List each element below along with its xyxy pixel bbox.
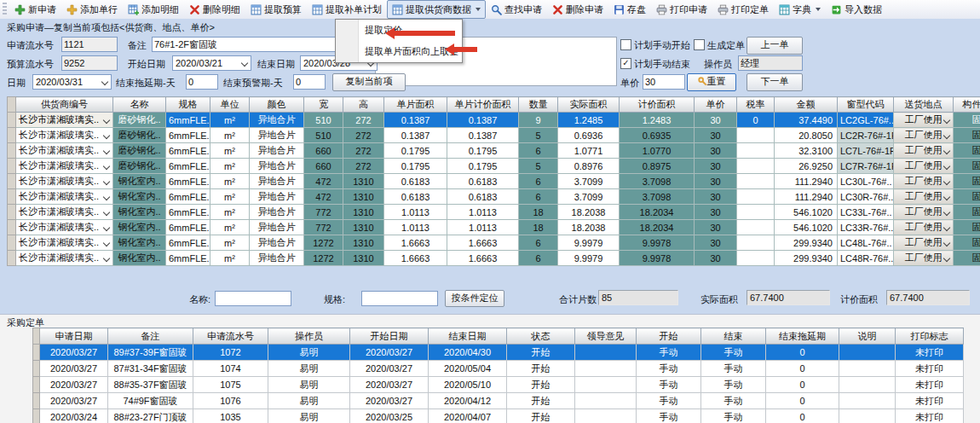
apply-no-field[interactable]: 1121: [61, 37, 118, 52]
chevron-down-icon[interactable]: [943, 178, 950, 185]
cell[interactable]: 长沙市潇湘玻璃实..: [16, 159, 113, 174]
cell[interactable]: 工厂使用: [894, 220, 954, 235]
cell[interactable]: [737, 251, 775, 266]
chevron-down-icon[interactable]: [103, 240, 110, 246]
cell[interactable]: 510: [304, 113, 343, 128]
cell[interactable]: m²: [210, 189, 250, 205]
cell[interactable]: 固玻: [954, 113, 980, 128]
cell[interactable]: 30: [695, 159, 737, 174]
cell[interactable]: 1.6663: [447, 235, 519, 251]
cell[interactable]: 6mmFLE..: [166, 189, 210, 205]
cell[interactable]: 0.1795: [447, 143, 519, 159]
cell[interactable]: 长沙市潇湘玻璃实..: [16, 113, 113, 128]
chevron-down-icon[interactable]: [103, 255, 110, 262]
extract-supplier-data-button[interactable]: 提取供货商数据: [387, 0, 486, 19]
chevron-down-icon[interactable]: [816, 8, 821, 11]
table-row[interactable]: 长沙市潇湘玻璃实..钢化室内..6mmFLE..m²异地合片47213100.6…: [8, 174, 980, 189]
cell[interactable]: 9.9978: [620, 251, 695, 266]
chevron-down-icon[interactable]: [103, 178, 110, 185]
cell[interactable]: 固玻: [954, 205, 980, 220]
cell[interactable]: LC2R-76#-1F: [838, 128, 894, 143]
cell[interactable]: [737, 143, 775, 159]
cell[interactable]: 磨砂钢化..: [113, 159, 166, 174]
cell[interactable]: 1076: [193, 393, 268, 409]
cell[interactable]: 772: [304, 205, 343, 220]
cell[interactable]: 9.9979: [558, 235, 620, 251]
cell[interactable]: 272: [343, 143, 384, 159]
cell[interactable]: 手动: [637, 393, 701, 409]
cell[interactable]: 钢化室内..: [113, 220, 166, 235]
table-row[interactable]: 长沙市潇湘玻璃实..磨砂钢化..6mmFLE..m²异地合片5102720.13…: [8, 128, 980, 143]
find-request-button[interactable]: 查找申请: [486, 0, 547, 19]
prev-order-button[interactable]: 上一单: [747, 37, 803, 55]
cell[interactable]: 30: [695, 251, 737, 266]
cell[interactable]: 1074: [193, 361, 268, 377]
cell[interactable]: 272: [343, 128, 384, 143]
cell[interactable]: 30: [695, 205, 737, 220]
cell[interactable]: 未打印: [896, 361, 964, 377]
cell[interactable]: m²: [210, 159, 250, 174]
budget-no-field[interactable]: 9252: [61, 55, 118, 71]
cell[interactable]: 钢化室内..: [113, 251, 166, 266]
chevron-down-icon[interactable]: [476, 8, 481, 11]
cell[interactable]: 6: [519, 189, 558, 205]
save-button[interactable]: 存盘: [608, 0, 651, 19]
cell[interactable]: 钢化室内..: [113, 174, 166, 189]
toolbar-grip[interactable]: [3, 3, 7, 16]
cell[interactable]: 0.1795: [384, 143, 447, 159]
cell[interactable]: 工厂使用: [894, 174, 954, 189]
cell[interactable]: [737, 128, 775, 143]
cell[interactable]: 0: [766, 393, 839, 409]
cell[interactable]: 1310: [343, 189, 384, 205]
cell[interactable]: m²: [210, 235, 250, 251]
cell[interactable]: 6mmFLE..: [166, 113, 210, 128]
table-row[interactable]: 2020/03/2774#9F窗固玻1076易明2020/03/272020/0…: [33, 393, 964, 409]
cell[interactable]: 固玻: [954, 220, 980, 235]
cell[interactable]: [575, 377, 637, 393]
cell[interactable]: LC48R-76#..: [838, 251, 894, 266]
cell[interactable]: 易明: [268, 393, 350, 409]
reset-button[interactable]: 重置: [687, 73, 736, 91]
cell[interactable]: 钢化室内..: [113, 205, 166, 220]
cell[interactable]: 88#35-37F窗固玻: [108, 377, 193, 393]
cell[interactable]: 0.6183: [447, 189, 519, 205]
cell[interactable]: 1.0113: [384, 220, 447, 235]
cell[interactable]: 开始: [507, 345, 575, 361]
cell[interactable]: 0: [766, 409, 839, 423]
cell[interactable]: LC2GL-76#..: [838, 113, 894, 128]
cell[interactable]: 9.9979: [558, 251, 620, 266]
chevron-down-icon[interactable]: [241, 60, 248, 67]
cell[interactable]: 6mmFLE..: [166, 235, 210, 251]
cell[interactable]: 0.6935: [620, 128, 695, 143]
cell[interactable]: 1310: [343, 220, 384, 235]
chevron-down-icon[interactable]: [103, 132, 110, 139]
cell[interactable]: 异地合片: [250, 220, 304, 235]
table-row[interactable]: 2020/03/2789#37-39F窗固玻1072易明2020/03/2720…: [33, 345, 964, 361]
cell[interactable]: 6: [519, 143, 558, 159]
cell[interactable]: 工厂使用: [894, 205, 954, 220]
cell[interactable]: 异地合片: [250, 174, 304, 189]
cell[interactable]: 长沙市潇湘玻璃实..: [16, 205, 113, 220]
cell[interactable]: 磨砂钢化..: [113, 143, 166, 159]
cell[interactable]: 工厂使用: [894, 128, 954, 143]
chevron-down-icon[interactable]: [943, 163, 950, 170]
cell[interactable]: LC30R-76#..: [838, 189, 894, 205]
cell[interactable]: 1075: [193, 377, 268, 393]
cell[interactable]: 2020/03/27: [350, 345, 429, 361]
table-row[interactable]: 2020/03/2788#35-37F窗固玻1075易明2020/03/2720…: [33, 377, 964, 393]
cell[interactable]: 18.2038: [558, 220, 620, 235]
cell[interactable]: 87#31-34F窗固玻: [108, 361, 193, 377]
cell[interactable]: 660: [304, 143, 343, 159]
cell[interactable]: 272: [343, 159, 384, 174]
cell[interactable]: 2020/04/07: [429, 409, 507, 423]
cell[interactable]: 未打印: [896, 345, 964, 361]
cell[interactable]: 手动: [637, 345, 701, 361]
cell[interactable]: 1310: [343, 235, 384, 251]
cell[interactable]: 异地合片: [250, 128, 304, 143]
cell[interactable]: [839, 393, 896, 409]
cell[interactable]: m²: [210, 113, 250, 128]
cell[interactable]: 手动: [701, 345, 766, 361]
cell[interactable]: 546.1020: [775, 220, 838, 235]
cell[interactable]: 长沙市潇湘玻璃实..: [16, 189, 113, 205]
cell[interactable]: [737, 235, 775, 251]
